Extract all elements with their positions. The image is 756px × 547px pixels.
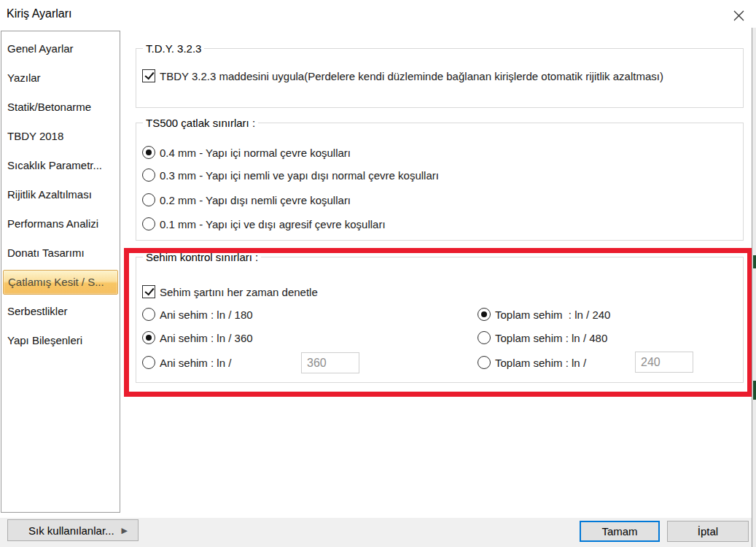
instant-deflection-180-radio[interactable] — [142, 308, 155, 321]
sidebar-item-rijitlik-azaltilmasi[interactable]: Rijitlik Azaltılması — [1, 180, 120, 209]
cancel-button-label: İptal — [698, 525, 718, 538]
total-deflection-option-row: Toplam sehim : ln / 240 — [478, 306, 610, 323]
ok-button-label: Tamam — [601, 525, 637, 538]
instant-deflection-180-label: Ani sehim : ln / 180 — [160, 309, 253, 321]
total-deflection-option-row: Toplam sehim : ln / 480 — [478, 329, 607, 346]
group-ts500-title: TS500 çatlak sınırları : — [143, 117, 258, 129]
sidebar-item-sicaklik-parametreleri[interactable]: Sıcaklık Parametr... — [1, 151, 120, 180]
crack-03mm-label: 0.3 mm - Yapı içi nemli ve yapı dışı nor… — [160, 169, 439, 182]
crack-03mm-radio[interactable] — [142, 168, 155, 182]
tbdy-apply-checkbox[interactable] — [142, 69, 155, 82]
group-ts500-crack-limits: TS500 çatlak sınırları : 0.4 mm - Yapı i… — [136, 123, 744, 241]
deflection-always-check-checkbox[interactable] — [142, 285, 155, 298]
crack-01mm-radio[interactable] — [142, 217, 155, 230]
instant-deflection-custom-row: Ani sehim : ln / — [142, 354, 231, 371]
crack-limit-option-row: 0.2 mm - Yapı dışı nemli çevre koşulları — [142, 191, 351, 209]
settings-category-sidebar: Genel Ayarlar Yazılar Statik/Betonarme T… — [1, 31, 120, 513]
instant-deflection-custom-radio[interactable] — [142, 356, 155, 369]
total-deflection-480-label: Toplam sehim : ln / 480 — [495, 332, 607, 344]
total-deflection-custom-label: Toplam sehim : ln / — [495, 357, 586, 369]
tbdy-apply-row: TBDY 3.2.3 maddesini uygula(Perdelere ke… — [142, 67, 663, 85]
sidebar-item-performans-analizi[interactable]: Performans Analizi — [1, 209, 120, 238]
total-deflection-custom-row: Toplam sehim : ln / — [478, 354, 586, 371]
total-deflection-240-radio[interactable] — [478, 308, 491, 321]
group-tdy-323: T.D.Y. 3.2.3 TBDY 3.2.3 maddesini uygula… — [136, 48, 744, 108]
favorites-button[interactable]: Sık kullanılanlar... ▶ — [7, 519, 139, 541]
sidebar-item-yapi-bilesenleri[interactable]: Yapı Bileşenleri — [1, 326, 120, 355]
tbdy-apply-label: TBDY 3.2.3 maddesini uygula(Perdelere ke… — [160, 70, 663, 82]
beam-settings-dialog: Kiriş Ayarları Genel Ayarlar Yazılar Sta… — [0, 0, 756, 547]
chevron-right-icon: ▶ — [122, 526, 128, 535]
close-icon[interactable] — [729, 6, 748, 25]
instant-deflection-option-row: Ani sehim : ln / 180 — [142, 306, 253, 323]
sidebar-item-catlamis-kesit[interactable]: Çatlamış Kesit / S... — [3, 270, 118, 295]
total-deflection-custom-radio[interactable] — [478, 356, 491, 369]
sidebar-item-donati-tasarimi[interactable]: Donatı Tasarımı — [1, 238, 120, 268]
group-tdy-title: T.D.Y. 3.2.3 — [143, 42, 204, 55]
instant-deflection-360-label: Ani sehim : ln / 360 — [160, 332, 253, 344]
cancel-button[interactable]: İptal — [667, 521, 749, 542]
sidebar-item-statik-betonarme[interactable]: Statik/Betonarme — [1, 93, 120, 122]
deflection-always-check-label: Sehim şartını her zaman denetle — [160, 286, 318, 298]
dialog-footer: Sık kullanılanlar... ▶ Tamam İptal — [0, 518, 756, 547]
sidebar-item-yazilar[interactable]: Yazılar — [1, 63, 120, 93]
instant-deflection-360-radio[interactable] — [142, 331, 155, 344]
crack-limit-option-row: 0.4 mm - Yapı içi normal çevre koşulları — [142, 144, 351, 161]
crack-04mm-label: 0.4 mm - Yapı içi normal çevre koşulları — [160, 147, 351, 159]
favorites-button-label: Sık kullanılanlar... — [28, 524, 114, 537]
crack-02mm-label: 0.2 mm - Yapı dışı nemli çevre koşulları — [160, 194, 351, 206]
background-window-edge — [753, 255, 756, 268]
instant-deflection-custom-input[interactable] — [301, 352, 359, 373]
sidebar-item-serbestlikler[interactable]: Serbestlikler — [1, 297, 120, 326]
group-deflection-title: Sehim kontrol sınırları : — [143, 251, 261, 263]
instant-deflection-option-row: Ani sehim : ln / 360 — [142, 329, 253, 346]
crack-02mm-radio[interactable] — [142, 193, 155, 206]
crack-01mm-label: 0.1 mm - Yapı içi ve dışı agresif çevre … — [160, 218, 386, 230]
deflection-always-check-row: Sehim şartını her zaman denetle — [142, 283, 318, 300]
sidebar-item-genel-ayarlar[interactable]: Genel Ayarlar — [1, 34, 120, 63]
background-window-edge — [752, 28, 756, 547]
crack-limit-option-row: 0.3 mm - Yapı içi nemli ve yapı dışı nor… — [142, 166, 439, 184]
total-deflection-custom-input[interactable] — [635, 352, 693, 373]
crack-limit-option-row: 0.1 mm - Yapı içi ve dışı agresif çevre … — [142, 215, 386, 233]
group-deflection-limits: Sehim kontrol sınırları : Sehim şartını … — [136, 257, 744, 383]
ok-button[interactable]: Tamam — [580, 521, 660, 542]
dialog-title: Kiriş Ayarları — [7, 7, 72, 20]
total-deflection-240-label: Toplam sehim : ln / 240 — [495, 309, 610, 321]
crack-04mm-radio[interactable] — [142, 146, 155, 159]
background-window-edge — [753, 381, 756, 400]
total-deflection-480-radio[interactable] — [478, 331, 491, 344]
instant-deflection-custom-label: Ani sehim : ln / — [160, 357, 231, 369]
sidebar-item-tbdy-2018[interactable]: TBDY 2018 — [1, 122, 120, 151]
